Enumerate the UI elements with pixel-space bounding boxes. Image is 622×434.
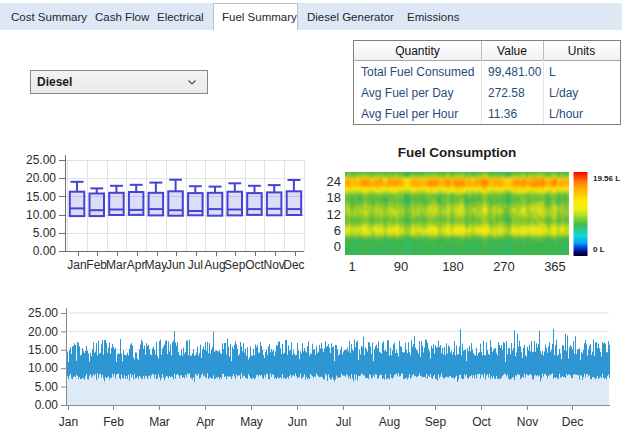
svg-text:Oct: Oct	[472, 415, 491, 429]
svg-text:24: 24	[327, 174, 341, 189]
svg-text:Jul: Jul	[188, 258, 203, 272]
svg-text:5.00: 5.00	[35, 380, 59, 394]
svg-text:Aug: Aug	[204, 258, 225, 272]
svg-text:May: May	[240, 415, 263, 429]
svg-text:5.00: 5.00	[33, 226, 57, 240]
svg-text:0.00: 0.00	[33, 244, 57, 258]
svg-text:0: 0	[334, 239, 341, 254]
svg-text:Sep: Sep	[425, 415, 447, 429]
svg-text:Nov: Nov	[517, 415, 538, 429]
svg-text:6: 6	[334, 223, 341, 238]
svg-text:0 L: 0 L	[593, 245, 605, 254]
svg-text:15.00: 15.00	[28, 343, 58, 357]
svg-text:180: 180	[442, 259, 464, 274]
svg-text:20.00: 20.00	[28, 325, 58, 339]
svg-text:Dec: Dec	[283, 258, 304, 272]
svg-text:Sep: Sep	[224, 258, 246, 272]
svg-text:Dec: Dec	[562, 415, 583, 429]
svg-text:25.00: 25.00	[26, 153, 56, 167]
svg-text:Oct: Oct	[245, 258, 264, 272]
svg-text:10.00: 10.00	[28, 361, 58, 375]
svg-text:Mar: Mar	[106, 258, 127, 272]
svg-text:10.00: 10.00	[26, 208, 56, 222]
svg-text:Jan: Jan	[67, 258, 86, 272]
svg-text:15.00: 15.00	[26, 190, 56, 204]
svg-text:Feb: Feb	[103, 415, 124, 429]
svg-text:Aug: Aug	[379, 415, 400, 429]
svg-text:25.00: 25.00	[28, 306, 58, 320]
svg-text:90: 90	[394, 259, 408, 274]
svg-text:Apr: Apr	[127, 258, 146, 272]
svg-text:Jan: Jan	[59, 415, 78, 429]
svg-text:Fuel Consumption: Fuel Consumption	[398, 145, 517, 160]
svg-text:20.00: 20.00	[26, 171, 56, 185]
svg-text:18: 18	[327, 190, 341, 205]
svg-text:0.00: 0.00	[35, 398, 59, 412]
svg-text:12: 12	[327, 207, 341, 222]
svg-text:Apr: Apr	[196, 415, 215, 429]
svg-text:365: 365	[544, 259, 566, 274]
svg-text:Feb: Feb	[86, 258, 107, 272]
svg-text:May: May	[145, 258, 168, 272]
svg-text:Mar: Mar	[149, 415, 170, 429]
svg-text:Nov: Nov	[264, 258, 285, 272]
svg-text:Jun: Jun	[166, 258, 185, 272]
svg-text:Jun: Jun	[288, 415, 307, 429]
svg-text:19.56 L: 19.56 L	[593, 174, 620, 183]
svg-text:1: 1	[348, 259, 355, 274]
svg-text:270: 270	[493, 259, 515, 274]
svg-text:Jul: Jul	[336, 415, 351, 429]
